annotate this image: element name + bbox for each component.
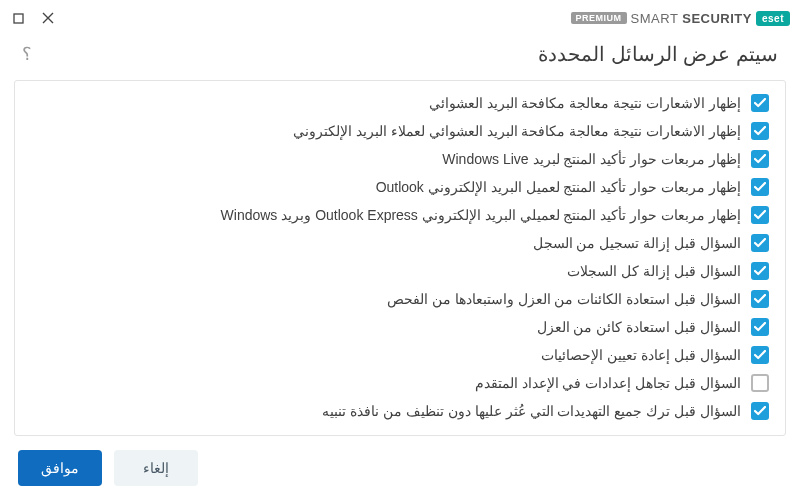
checkbox[interactable] [751,94,769,112]
list-item-label: السؤال قبل إزالة كل السجلات [567,263,741,279]
maximize-icon[interactable] [10,10,26,26]
list-item: السؤال قبل إزالة تسجيل من السجل [19,229,773,257]
brand-name: SMART SECURITY [631,11,752,26]
list-item-label: السؤال قبل تجاهل إعدادات في الإعداد المت… [475,375,741,391]
list-item-label: السؤال قبل استعادة الكائنات من العزل واس… [387,291,741,307]
checkbox[interactable] [751,346,769,364]
list-item: السؤال قبل إعادة تعيين الإحصائيات [19,341,773,369]
list-item: السؤال قبل استعادة الكائنات من العزل واس… [19,285,773,313]
brand-name-bold: SECURITY [682,11,752,26]
checkbox[interactable] [751,318,769,336]
list-item: إظهار مربعات حوار تأكيد المنتج لعميلي ال… [19,201,773,229]
ok-button[interactable]: موافق [18,450,102,486]
checkbox[interactable] [751,374,769,392]
brand-tier: PREMIUM [571,12,627,24]
brand-badge: eset [756,11,790,26]
list-item: إظهار الاشعارات نتيجة معالجة مكافحة البر… [19,89,773,117]
list-item: السؤال قبل ترك جميع التهديدات التي عُثر … [19,397,773,425]
footer: موافق إلغاء [0,436,800,500]
list-item-label: السؤال قبل إعادة تعيين الإحصائيات [541,347,741,363]
list-item: إظهار مربعات حوار تأكيد المنتج لبريد Win… [19,145,773,173]
checkbox[interactable] [751,150,769,168]
checkbox[interactable] [751,206,769,224]
list-item-label: إظهار مربعات حوار تأكيد المنتج لعميلي ال… [221,207,741,223]
brand-name-light: SMART [631,11,679,26]
list-item: السؤال قبل إزالة كل السجلات [19,257,773,285]
list-item-label: إظهار الاشعارات نتيجة معالجة مكافحة البر… [429,95,741,111]
list-item-label: إظهار مربعات حوار تأكيد المنتج لبريد Win… [442,151,741,167]
list-item: السؤال قبل تجاهل إعدادات في الإعداد المت… [19,369,773,397]
message-list: إظهار الاشعارات نتيجة معالجة مكافحة البر… [14,80,786,436]
checkbox[interactable] [751,290,769,308]
checkbox[interactable] [751,122,769,140]
brand: eset SMART SECURITY PREMIUM [571,11,790,26]
titlebar: eset SMART SECURITY PREMIUM [0,0,800,36]
page-title: سيتم عرض الرسائل المحددة [538,42,778,66]
list-item: إظهار الاشعارات نتيجة معالجة مكافحة البر… [19,117,773,145]
checkbox[interactable] [751,402,769,420]
cancel-button[interactable]: إلغاء [114,450,198,486]
list-item-label: السؤال قبل استعادة كائن من العزل [537,319,741,335]
list-item-label: إظهار مربعات حوار تأكيد المنتج لعميل الب… [376,179,741,195]
help-icon[interactable]: ؟ [22,43,32,65]
checkbox[interactable] [751,178,769,196]
list-item-label: إظهار الاشعارات نتيجة معالجة مكافحة البر… [293,123,741,139]
list-item-label: السؤال قبل ترك جميع التهديدات التي عُثر … [322,403,741,419]
checkbox[interactable] [751,234,769,252]
heading-row: سيتم عرض الرسائل المحددة ؟ [0,36,800,80]
svg-rect-0 [14,14,23,23]
list-item: إظهار مربعات حوار تأكيد المنتج لعميل الب… [19,173,773,201]
close-icon[interactable] [40,10,56,26]
list-item-label: السؤال قبل إزالة تسجيل من السجل [533,235,741,251]
list-item: السؤال قبل استعادة كائن من العزل [19,313,773,341]
checkbox[interactable] [751,262,769,280]
message-list-scroll[interactable]: إظهار الاشعارات نتيجة معالجة مكافحة البر… [15,81,785,435]
